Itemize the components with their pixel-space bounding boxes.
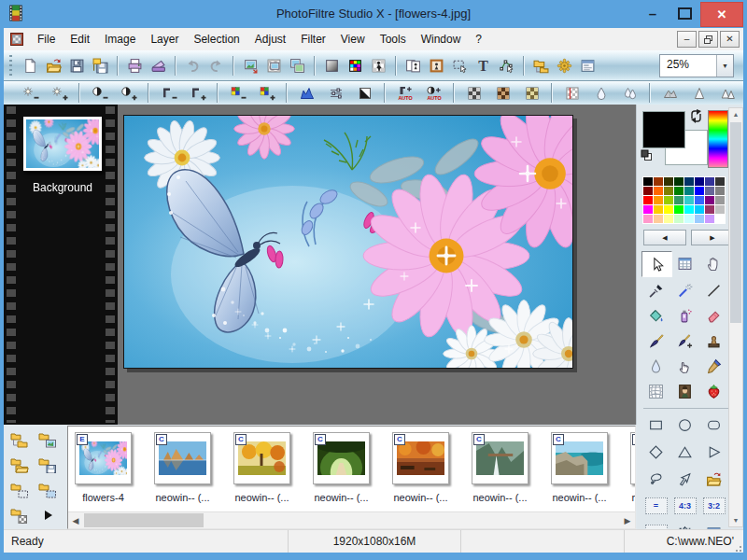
- palette-swatch[interactable]: [643, 177, 653, 186]
- thumbnail-image[interactable]: C: [233, 432, 290, 484]
- print-button[interactable]: [123, 54, 147, 77]
- clone-stamp-tool[interactable]: [699, 329, 728, 353]
- palette-swatch[interactable]: [664, 196, 673, 204]
- blur-tool-tool[interactable]: [641, 354, 670, 378]
- mdi-close-button[interactable]: ✕: [720, 31, 740, 48]
- palette-swatch[interactable]: [674, 187, 684, 195]
- explorer-thumbnail[interactable]: Cneowin-- (...: [472, 432, 529, 503]
- rounded-rectangle-button[interactable]: [699, 413, 728, 437]
- paintbrush-tool[interactable]: [641, 329, 670, 353]
- old-photo-filter-button[interactable]: [517, 83, 546, 103]
- palette-swatch[interactable]: [684, 187, 694, 195]
- auto-contrast-button[interactable]: AUTO: [419, 83, 448, 103]
- new-file-button[interactable]: [19, 54, 42, 77]
- paste-selection-folder-button[interactable]: [35, 478, 61, 501]
- menu-item-selection[interactable]: Selection: [186, 30, 247, 49]
- palette-swatch[interactable]: [643, 215, 653, 223]
- palette-swatch[interactable]: [715, 196, 725, 204]
- palette-swatch[interactable]: [705, 177, 714, 186]
- scroll-down-icon[interactable]: ▼: [729, 514, 742, 526]
- contrast-plus-button[interactable]: [114, 83, 143, 103]
- emboss-button[interactable]: [655, 83, 684, 103]
- copy-image-button[interactable]: [402, 54, 425, 77]
- scroll-up-icon[interactable]: ▲: [729, 108, 742, 120]
- mdi-restore-button[interactable]: [698, 31, 718, 48]
- sepia-filter-button[interactable]: [488, 83, 517, 103]
- levels-button[interactable]: [321, 83, 350, 103]
- thumbnail-image[interactable]: C: [392, 432, 449, 484]
- palette-swatch[interactable]: [705, 196, 714, 204]
- palette-swatch[interactable]: [705, 187, 714, 195]
- palette-swatch[interactable]: [715, 177, 725, 186]
- thumbnail-image[interactable]: C: [313, 432, 370, 484]
- layer-thumbnail[interactable]: [26, 119, 99, 168]
- ellipse-button[interactable]: [670, 413, 699, 437]
- selection-folder-button[interactable]: [7, 478, 33, 501]
- line-tool[interactable]: [699, 278, 728, 302]
- thumbnail-image[interactable]: C: [630, 432, 636, 484]
- color-spectrum[interactable]: [708, 110, 728, 168]
- explorer-scrollbar[interactable]: ◀ ▶: [68, 511, 635, 528]
- palette-swatch[interactable]: [664, 205, 673, 214]
- palette-swatch[interactable]: [684, 177, 694, 186]
- show-selection-button[interactable]: [448, 54, 472, 77]
- palette-swatch[interactable]: [664, 187, 673, 195]
- palette-swatch[interactable]: [695, 215, 704, 223]
- eraser-tool[interactable]: [699, 303, 728, 328]
- arrow-tool[interactable]: [641, 251, 672, 277]
- preferences-button[interactable]: [576, 54, 599, 77]
- airbrush-tool[interactable]: [670, 303, 699, 328]
- foreground-color-swatch[interactable]: [642, 111, 685, 148]
- palette-swatch[interactable]: [705, 215, 714, 223]
- palette-swatch[interactable]: [654, 177, 663, 186]
- menu-item-help[interactable]: ?: [468, 30, 489, 49]
- menu-item-layer[interactable]: Layer: [143, 30, 186, 49]
- undo-button[interactable]: [181, 54, 204, 77]
- scroll-left-icon[interactable]: ◀: [68, 512, 83, 528]
- histogram-button[interactable]: [292, 83, 321, 103]
- image-frame-button[interactable]: [425, 54, 448, 77]
- zoom-dropdown-arrow-icon[interactable]: ▼: [716, 55, 733, 77]
- play-button[interactable]: [35, 503, 61, 526]
- nozzle-tool[interactable]: [699, 379, 728, 403]
- thumbnail-image[interactable]: E: [75, 432, 132, 484]
- brightness-plus-button[interactable]: [45, 83, 74, 103]
- image-folder-button[interactable]: [35, 427, 61, 451]
- triangle-button[interactable]: [670, 440, 699, 464]
- palette-swatch[interactable]: [643, 205, 653, 214]
- menu-item-edit[interactable]: Edit: [63, 30, 97, 49]
- explorer-tree-button[interactable]: [7, 427, 33, 451]
- zoom-combobox[interactable]: 25% ▼: [659, 54, 734, 77]
- mdi-minimize-button[interactable]: –: [677, 31, 697, 48]
- scrollbar-thumb[interactable]: [730, 122, 741, 323]
- image-canvas[interactable]: [123, 115, 573, 369]
- explorer-thumbnail[interactable]: E flowers-4: [75, 432, 132, 503]
- gamma-minus-button[interactable]: [154, 83, 183, 103]
- hand-tool[interactable]: [699, 251, 728, 275]
- explorer-thumbnail[interactable]: Cneowin-- (...: [630, 432, 636, 503]
- thumbnail-image[interactable]: C: [551, 432, 608, 484]
- palette-swatch[interactable]: [654, 187, 663, 195]
- rgb-mode-button[interactable]: [344, 54, 367, 77]
- pattern-folder-button[interactable]: [7, 503, 33, 526]
- swap-colors-icon[interactable]: [689, 109, 703, 123]
- palette-swatch[interactable]: [695, 205, 704, 214]
- palette-swatch[interactable]: [674, 205, 684, 214]
- explorer-thumbnail[interactable]: Cneowin-- (...: [233, 432, 290, 503]
- ratio-4-3-button[interactable]: 4:3: [670, 494, 699, 518]
- explorer-thumbnail[interactable]: Cneowin-- (...: [551, 432, 608, 503]
- palette-swatch[interactable]: [664, 177, 673, 186]
- redo-button[interactable]: [204, 54, 228, 77]
- magic-wand-tool[interactable]: [670, 278, 699, 302]
- load-selection-button[interactable]: [699, 467, 728, 491]
- open-button[interactable]: [42, 54, 65, 77]
- gamma-plus-button[interactable]: [183, 83, 212, 103]
- palette-swatch[interactable]: [643, 196, 653, 204]
- blur-button[interactable]: [586, 83, 615, 103]
- palette-swatch[interactable]: [695, 177, 704, 186]
- scroll-right-icon[interactable]: ▶: [620, 512, 635, 528]
- retouch-tool[interactable]: [670, 379, 699, 403]
- smudge-tool[interactable]: [670, 354, 699, 378]
- palette-swatch[interactable]: [664, 215, 673, 223]
- minimize-button[interactable]: –: [639, 0, 667, 26]
